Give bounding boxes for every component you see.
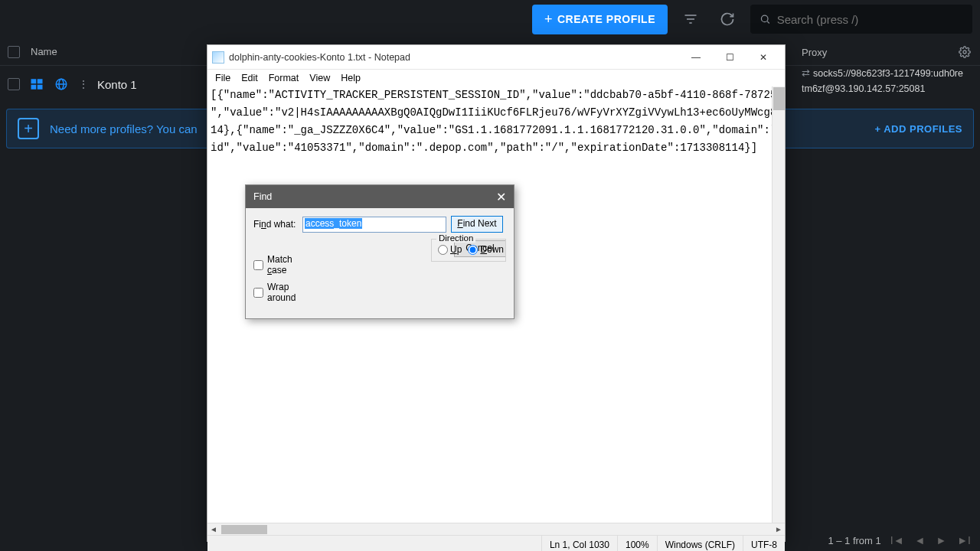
svg-rect-8 — [38, 85, 43, 90]
close-button[interactable]: ✕ — [746, 46, 780, 69]
next-page-button[interactable]: ► — [934, 533, 948, 548]
horizontal-scrollbar[interactable]: ◄ ► — [207, 523, 785, 535]
notepad-app-icon — [212, 51, 224, 64]
find-next-button[interactable]: Find Next — [451, 216, 503, 233]
notepad-title: dolphin-anty-cookies-Konto 1.txt - Notep… — [229, 52, 410, 63]
select-all-checkbox[interactable] — [8, 46, 20, 58]
first-page-button[interactable]: I◄ — [889, 533, 906, 548]
pagination-bar: 1 – 1 from 1 I◄ ◄ ► ►I — [828, 533, 972, 548]
notepad-text-line: [{"name":"ACTIVITY_TRACKER_PERSISTENT_SE… — [207, 86, 785, 104]
direction-up-radio[interactable]: Up — [438, 244, 462, 255]
swap-icon: ⇄ — [802, 68, 810, 79]
refresh-button[interactable] — [714, 5, 741, 33]
menu-file[interactable]: File — [211, 71, 235, 85]
scroll-left-arrow-icon[interactable]: ◄ — [207, 525, 220, 533]
gear-icon — [959, 46, 971, 58]
find-titlebar[interactable]: Find ✕ — [246, 185, 514, 208]
match-case-checkbox[interactable]: Match case — [253, 254, 313, 276]
search-input[interactable] — [777, 13, 963, 26]
globe-icon — [54, 77, 69, 92]
minimize-button[interactable]: — — [679, 46, 713, 69]
svg-rect-6 — [38, 79, 43, 83]
create-profile-label: CREATE PROFILE — [557, 13, 655, 25]
notepad-text-line: ","value":"v2|H4sIAAAAAAAAAXBgQ0AIQgDwI1… — [207, 104, 785, 122]
find-what-input[interactable]: access_token — [302, 217, 446, 233]
wrap-around-checkbox[interactable]: Wrap around — [253, 282, 313, 303]
direction-group: Direction Up Down — [431, 239, 506, 262]
notepad-statusbar: Ln 1, Col 1030 100% Windows (CRLF) UTF-8 — [207, 535, 785, 551]
direction-label: Direction — [436, 233, 475, 243]
svg-point-12 — [963, 51, 966, 54]
pagination-summary: 1 – 1 from 1 — [828, 535, 880, 546]
column-proxy-label: Proxy — [802, 47, 827, 58]
vertical-scrollbar[interactable] — [772, 86, 785, 523]
maximize-button[interactable]: ☐ — [713, 46, 746, 69]
proxy-line1: socks5://98c623f3-1217499:udh0re — [813, 68, 963, 79]
notepad-titlebar[interactable]: dolphin-anty-cookies-Konto 1.txt - Notep… — [207, 45, 785, 70]
filter-icon — [683, 11, 698, 27]
drag-handle-icon[interactable]: ⋮ — [78, 78, 88, 90]
menu-format[interactable]: Format — [264, 71, 304, 85]
filter-button[interactable] — [677, 5, 704, 33]
search-box[interactable] — [750, 5, 972, 34]
refresh-icon — [720, 11, 735, 27]
scroll-right-arrow-icon[interactable]: ► — [773, 525, 785, 533]
svg-point-3 — [761, 15, 768, 22]
search-icon — [760, 13, 771, 25]
proxy-line2: tm6zf@93.190.142.57:25081 — [802, 81, 971, 96]
notepad-menubar[interactable]: File Edit Format View Help — [207, 70, 785, 86]
plus-icon: + — [544, 11, 553, 28]
menu-edit[interactable]: Edit — [237, 71, 263, 85]
find-title: Find — [253, 191, 272, 202]
columns-settings-button[interactable] — [959, 46, 971, 58]
svg-rect-7 — [31, 85, 37, 90]
plus-badge-icon: + — [18, 118, 39, 139]
menu-help[interactable]: Help — [336, 71, 365, 85]
status-position: Ln 1, Col 1030 — [541, 536, 617, 551]
profile-name: Konto 1 — [97, 78, 137, 91]
last-page-button[interactable]: ►I — [956, 533, 972, 548]
find-what-value: access_token — [305, 218, 362, 229]
svg-rect-5 — [31, 79, 37, 83]
banner-text: Need more profiles? You can — [50, 122, 198, 135]
column-name-label: Name — [31, 46, 57, 57]
notepad-text-line: 14},{"name":"_ga_JSZZZ0X6C4","value":"GS… — [207, 122, 785, 139]
prev-page-button[interactable]: ◄ — [913, 533, 927, 548]
status-encoding: UTF-8 — [743, 536, 785, 551]
svg-line-4 — [767, 21, 769, 24]
menu-view[interactable]: View — [305, 71, 335, 85]
app-toolbar: + CREATE PROFILE — [0, 0, 980, 38]
proxy-panel: Proxy ⇄socks5://98c623f3-1217499:udh0re … — [792, 43, 980, 101]
find-close-button[interactable]: ✕ — [496, 190, 506, 204]
direction-down-radio[interactable]: Down — [468, 244, 504, 255]
notepad-text-line: id","value":"41053371","domain":".depop.… — [207, 139, 785, 157]
add-profiles-link[interactable]: + ADD PROFILES — [874, 123, 962, 135]
find-dialog: Find ✕ Find what: access_token Find Next… — [245, 184, 514, 319]
proxy-info: ⇄socks5://98c623f3-1217499:udh0re tm6zf@… — [792, 61, 980, 101]
find-what-label: Find what: — [253, 219, 298, 230]
row-checkbox[interactable] — [8, 78, 20, 90]
status-eol: Windows (CRLF) — [657, 536, 743, 551]
create-profile-button[interactable]: + CREATE PROFILE — [532, 5, 668, 34]
status-zoom: 100% — [617, 536, 657, 551]
windows-icon — [29, 77, 44, 92]
